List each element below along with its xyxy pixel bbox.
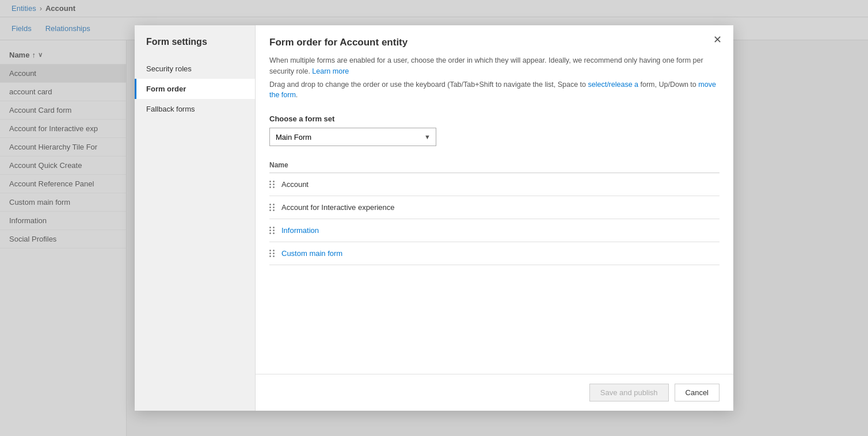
drag-handle-icon	[269, 227, 275, 234]
dialog-sidebar-item[interactable]: Security roles	[135, 59, 255, 79]
form-item-name[interactable]: Custom main form	[281, 249, 342, 258]
close-button[interactable]: ✕	[713, 35, 722, 45]
form-set-select[interactable]: Main FormQuick Create FormCard Form	[269, 128, 436, 146]
form-list-item[interactable]: Account	[269, 173, 719, 196]
drag-handle-icon	[269, 181, 275, 188]
form-list-item[interactable]: Account for Interactive experience	[269, 196, 719, 219]
form-set-select-wrapper: Main FormQuick Create FormCard Form ▼	[269, 128, 436, 146]
form-item-name[interactable]: Information	[281, 226, 319, 235]
cancel-button[interactable]: Cancel	[675, 384, 719, 401]
form-list-item[interactable]: Custom main form	[269, 242, 719, 265]
dialog-main: Form order for Account entity ✕ When mul…	[256, 25, 733, 411]
dialog-sidebar-title: Form settings	[135, 37, 255, 59]
learn-more-link[interactable]: Learn more	[312, 67, 349, 75]
form-item-name[interactable]: Account for Interactive experience	[281, 203, 395, 212]
dialog: Form settings Security rolesForm orderFa…	[135, 25, 733, 411]
save-and-publish-button[interactable]: Save and publish	[589, 384, 669, 401]
form-list-header: Name	[269, 158, 719, 173]
dialog-sidebar-item[interactable]: Fallback forms	[135, 99, 255, 119]
dialog-title: Form order for Account entity	[269, 37, 719, 48]
dialog-footer: Save and publish Cancel	[256, 374, 733, 411]
drag-handle-icon	[269, 250, 275, 257]
info-text-1: When multiple forms are enabled for a us…	[269, 55, 719, 77]
form-list-item[interactable]: Information	[269, 219, 719, 242]
drag-handle-icon	[269, 204, 275, 211]
dialog-body: Choose a form set Main FormQuick Create …	[256, 103, 733, 374]
dialog-sidebar-item[interactable]: Form order	[135, 79, 255, 99]
dialog-header: Form order for Account entity ✕ When mul…	[256, 25, 733, 103]
form-item-name[interactable]: Account	[281, 180, 309, 189]
dialog-sidebar: Form settings Security rolesForm orderFa…	[135, 25, 256, 411]
modal-overlay: Form settings Security rolesForm orderFa…	[0, 0, 868, 436]
form-set-label: Choose a form set	[269, 114, 719, 123]
select-link[interactable]: select/release a	[588, 81, 638, 89]
info-text-2: Drag and drop to change the order or use…	[269, 79, 719, 101]
